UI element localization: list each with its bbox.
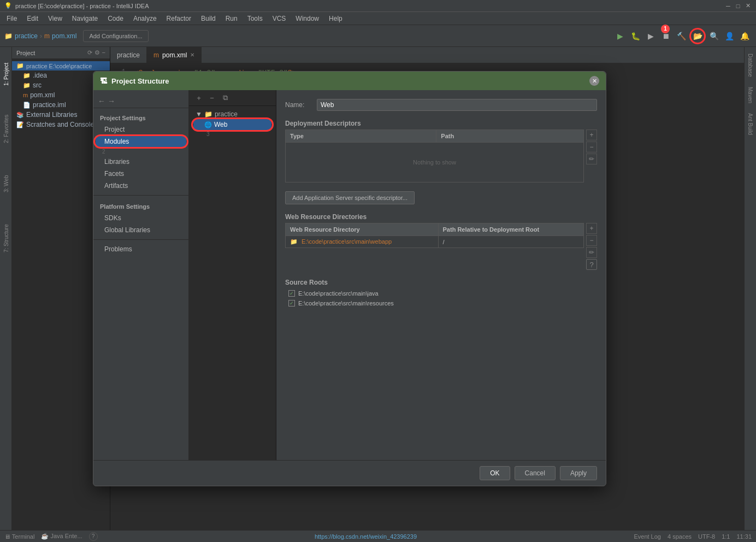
minimize-button[interactable]: ─ [724, 2, 732, 10]
sidebar-tab-web[interactable]: 3: Web [0, 156, 12, 211]
project-config-icon[interactable]: ⚙ [94, 49, 100, 56]
nav-item-project[interactable]: Project [96, 123, 186, 136]
breadcrumb: 📁 practice › m pom.xml [4, 32, 76, 40]
help-icon[interactable]: ? [89, 532, 98, 541]
webdir-help-button[interactable]: ? [586, 259, 597, 270]
editor-tab-close-pomxml[interactable]: ✕ [190, 52, 194, 58]
statusbar-time: 11:31 [736, 533, 752, 540]
webdir-edit-button[interactable]: ✏ [586, 247, 597, 258]
nav-item-modules[interactable]: Modules [96, 136, 186, 148]
module-item-web[interactable]: 🌐 Web [193, 119, 271, 130]
debug-button[interactable]: 🐛 [628, 29, 642, 43]
menu-code[interactable]: Code [103, 14, 128, 23]
scratches-icon: 📝 [16, 121, 24, 128]
search-button[interactable]: 🔍 [707, 29, 721, 43]
annotation-label-3: 3 [193, 130, 271, 138]
dialog-main-content: Name: Deployment Descriptors Type Path [276, 90, 606, 460]
run-with-coverage-button[interactable]: ▶ [643, 29, 658, 43]
breadcrumb-project[interactable]: practice [15, 32, 38, 40]
nav-item-sdks[interactable]: SDKs [96, 212, 186, 224]
statusbar-center: https://blog.csdn.net/weixin_42396239 [315, 533, 417, 540]
dialog-ok-button[interactable]: OK [480, 466, 510, 480]
menu-navigate[interactable]: Navigate [68, 14, 102, 23]
deployment-edit-button[interactable]: ✏ [586, 154, 597, 164]
sidebar-tab-structure[interactable]: 7: Structure [0, 211, 12, 266]
deployment-add-button[interactable]: + [586, 129, 597, 140]
editor-tab-practice[interactable]: practice [110, 47, 147, 63]
maximize-button[interactable]: □ [734, 2, 742, 10]
nav-item-problems[interactable]: Problems [96, 243, 186, 255]
module-copy-button[interactable]: ⧉ [220, 92, 231, 103]
webdir-add-button[interactable]: + [586, 223, 597, 234]
deployment-empty-row: Nothing to show [286, 143, 584, 182]
sidebar-tab-project[interactable]: 1: Project [0, 47, 12, 102]
dialog-cancel-button[interactable]: Cancel [515, 466, 556, 480]
dir-path-value: E:\code\practice\src\main\webapp [302, 238, 392, 245]
project-structure-button[interactable]: 📂 [689, 28, 706, 44]
add-server-descriptor-button[interactable]: Add Application Server specific descript… [285, 191, 415, 204]
right-tab-database[interactable]: Database [746, 49, 755, 81]
java-tab[interactable]: ☕ Java Ente... [41, 533, 82, 540]
module-tree-toolbar: + − ⧉ [189, 90, 276, 106]
editor-tab-pomxml[interactable]: m pom.xml ✕ [147, 47, 202, 63]
project-panel-header: Project ⟳ ⚙ − [12, 47, 110, 59]
menu-refactor[interactable]: Refactor [162, 14, 196, 23]
name-input[interactable] [317, 99, 597, 111]
run-button[interactable]: ▶ [613, 29, 627, 43]
menu-view[interactable]: View [44, 14, 67, 23]
editor-tab-bar: practice m pom.xml ✕ [110, 47, 744, 63]
build-button[interactable]: 🔨 [674, 29, 688, 43]
menu-window[interactable]: Window [291, 14, 323, 23]
nav-item-libraries[interactable]: Libraries [96, 156, 186, 168]
module-add-button[interactable]: + [193, 92, 204, 103]
menu-build[interactable]: Build [197, 14, 220, 23]
menu-tools[interactable]: Tools [243, 14, 267, 23]
module-remove-button[interactable]: − [206, 92, 217, 103]
breadcrumb-file[interactable]: pom.xml [52, 32, 76, 40]
menu-help[interactable]: Help [324, 14, 347, 23]
terminal-tab[interactable]: 🖥 Terminal [4, 533, 34, 540]
project-sync-icon[interactable]: ⟳ [87, 49, 92, 56]
editor-tab-icon-maven: m [153, 51, 159, 59]
tree-label-practice: practice E:\code\practice [26, 63, 92, 69]
webdir-remove-button[interactable]: − [586, 235, 597, 246]
statusbar-event-log[interactable]: Event Log [634, 533, 661, 540]
deployment-remove-button[interactable]: − [586, 142, 597, 152]
dialog-footer: OK Cancel Apply [93, 460, 606, 486]
close-button[interactable]: ✕ [744, 2, 752, 10]
menu-file[interactable]: File [2, 14, 21, 23]
menu-analyze[interactable]: Analyze [129, 14, 161, 23]
menu-vcs[interactable]: VCS [268, 14, 291, 23]
settings-profile-button[interactable]: 👤 [722, 29, 736, 43]
dialog-nav-forward[interactable]: → [108, 97, 115, 105]
module-section-practice: ▼ 📁 practice 🌐 Web 3 [191, 108, 274, 139]
col-path: Path [436, 130, 584, 143]
project-hide-icon[interactable]: − [102, 49, 105, 56]
deployment-table-buttons: + − ✏ [586, 129, 597, 164]
source-roots-section: Source Roots ✓ E:\code\practice\src\main… [285, 276, 597, 308]
tree-item-practice[interactable]: 📁 practice E:\code\practice [12, 61, 110, 70]
right-tab-ant-build[interactable]: Ant Build [746, 109, 755, 139]
dialog-title-text: Project Structure [111, 77, 169, 85]
menu-edit[interactable]: Edit [22, 14, 43, 23]
titlebar: 💡 practice [E:\code\practice] - practice… [0, 0, 756, 12]
web-resource-table-container: Web Resource Directory Path Relative to … [285, 223, 597, 270]
add-configuration-button[interactable]: Add Configuration... [83, 30, 148, 42]
dialog-close-button[interactable]: ✕ [589, 76, 599, 86]
chevron-down-icon: ▼ [196, 110, 202, 118]
source-root-checkbox-1[interactable]: ✓ [288, 300, 295, 307]
project-structure-dialog: 🏗 Project Structure ✕ ← → Project Settin… [93, 71, 606, 486]
source-root-checkbox-0[interactable]: ✓ [288, 290, 295, 297]
nav-item-artifacts[interactable]: Artifacts [96, 180, 186, 192]
nav-item-facets[interactable]: Facets [96, 168, 186, 180]
nav-item-global-libraries[interactable]: Global Libraries [96, 224, 186, 236]
module-section-label[interactable]: ▼ 📁 practice [193, 109, 271, 119]
menu-run[interactable]: Run [221, 14, 242, 23]
right-tab-maven[interactable]: Maven [746, 83, 755, 108]
dialog-apply-button[interactable]: Apply [560, 466, 597, 480]
notifications-button[interactable]: 🔔 [737, 29, 752, 43]
sidebar-tab-favorites[interactable]: 2: Favorites [0, 102, 12, 156]
dialog-nav-back[interactable]: ← [98, 97, 105, 105]
folder-icon: 📁 [16, 62, 24, 69]
editor-tab-label-practice: practice [117, 51, 140, 59]
